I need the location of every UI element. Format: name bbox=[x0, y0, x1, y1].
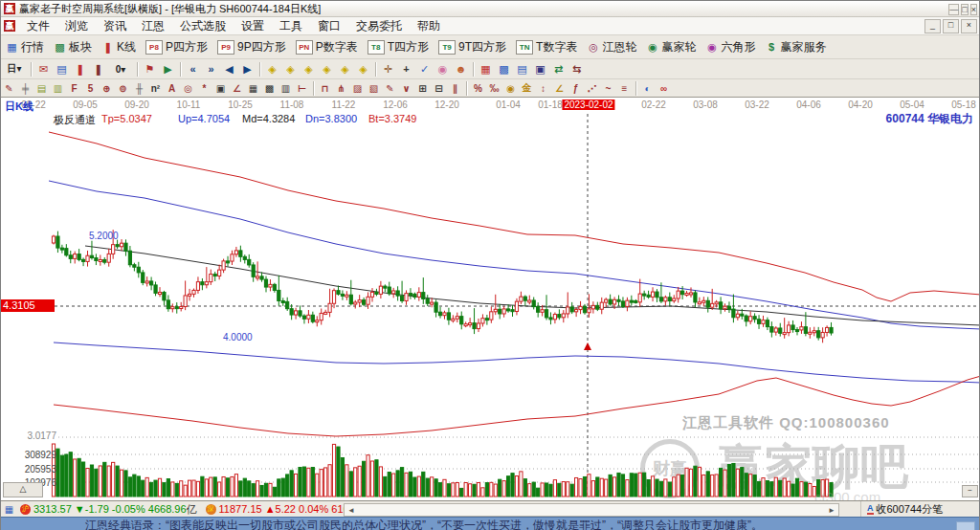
box-select-icon[interactable]: ▣ bbox=[212, 81, 229, 95]
t-number-button[interactable]: TNT数字表 bbox=[511, 38, 582, 56]
wheel-mini-icon[interactable]: ⊚ bbox=[115, 81, 131, 95]
close-button[interactable]: × bbox=[970, 4, 977, 15]
menu-item-8[interactable]: 交易委托 bbox=[348, 17, 410, 34]
ticker-scroll-grip[interactable] bbox=[956, 521, 975, 530]
calendar-icon[interactable]: ▦ bbox=[477, 61, 495, 77]
service-button[interactable]: $赢家服务 bbox=[760, 38, 831, 56]
clamp-icon[interactable]: ⊓ bbox=[317, 81, 333, 95]
period-day-selector[interactable]: 日▾ bbox=[1, 61, 28, 77]
menu-item-2[interactable]: 资讯 bbox=[96, 17, 134, 34]
calculator-icon[interactable]: ▩ bbox=[495, 61, 513, 77]
table-grid-icon[interactable]: ⊞ bbox=[414, 81, 431, 95]
kline-button[interactable]: ❚K线 bbox=[97, 38, 141, 56]
menu-item-1[interactable]: 浏览 bbox=[57, 17, 96, 34]
star-icon[interactable]: * bbox=[196, 81, 212, 95]
target-icon[interactable]: ◎ bbox=[180, 81, 196, 95]
play-marker-icon[interactable]: ▶ bbox=[159, 61, 177, 77]
compass-icon[interactable]: ⊕ bbox=[99, 81, 115, 95]
golden-circle-icon[interactable]: ◉ bbox=[502, 81, 519, 95]
p9-square-button[interactable]: P99P四方形 bbox=[212, 38, 291, 56]
ruler-icon[interactable]: ⊢ bbox=[294, 81, 310, 95]
menu-item-5[interactable]: 设置 bbox=[234, 17, 272, 34]
tick-view-status[interactable]: A 收600744分笔 bbox=[860, 501, 943, 517]
go-last-icon[interactable]: » bbox=[202, 61, 220, 77]
scale-zero-selector[interactable]: 0▾ bbox=[107, 61, 134, 77]
step-forward-icon[interactable]: ▶ bbox=[238, 61, 256, 77]
save-icon[interactable]: ▣ bbox=[531, 61, 549, 77]
info-page-icon[interactable]: ▤ bbox=[53, 61, 71, 77]
menu-item-7[interactable]: 窗口 bbox=[310, 17, 348, 34]
hash2-icon[interactable]: ╫ bbox=[131, 81, 147, 95]
percent-lines-icon[interactable]: ‰ bbox=[486, 81, 502, 95]
price-range-icon[interactable]: ↕ bbox=[535, 81, 551, 95]
emotion-face-icon[interactable]: ☻ bbox=[452, 61, 470, 77]
shade-box-icon[interactable]: ▨ bbox=[349, 81, 366, 95]
f-tool-icon[interactable]: F bbox=[66, 81, 82, 95]
notebook-icon[interactable]: ▤ bbox=[513, 61, 531, 77]
levels-icon[interactable]: ≡ bbox=[616, 81, 633, 95]
maximize-button[interactable]: □ bbox=[961, 4, 968, 15]
horizontal-scrollbar[interactable]: ◄ ► bbox=[344, 503, 839, 517]
hexagon-button[interactable]: ◉六角形 bbox=[701, 38, 760, 56]
v-line-icon[interactable]: ∨ bbox=[398, 81, 414, 95]
annotate-check-icon[interactable]: ✓ bbox=[415, 61, 434, 77]
speed-line-icon[interactable]: ⋰ bbox=[584, 81, 600, 95]
go-first-icon[interactable]: « bbox=[184, 61, 202, 77]
volume-pane-collapse-button[interactable]: △ bbox=[3, 482, 43, 497]
mail-icon[interactable]: ✉ bbox=[34, 61, 53, 77]
stripe-lines-icon[interactable]: ∥ bbox=[447, 81, 463, 95]
minimize-button[interactable]: — bbox=[948, 4, 959, 15]
scroll-left-arrow[interactable]: ◄ bbox=[345, 506, 358, 515]
apex-icon[interactable]: A bbox=[164, 81, 180, 95]
n-square-icon[interactable]: n² bbox=[147, 81, 164, 95]
pencil2-icon[interactable]: ✎ bbox=[382, 81, 398, 95]
percent-tool-icon[interactable]: % bbox=[470, 81, 486, 95]
drag-hand-icon[interactable]: ✛ bbox=[379, 61, 397, 77]
gann-angle-icon[interactable]: ∠ bbox=[551, 81, 568, 95]
zoom-out-v-diamond-icon[interactable]: ◈ bbox=[300, 61, 318, 77]
t-square-button[interactable]: T8T四方形 bbox=[363, 38, 434, 56]
zoom-in-v-diamond-icon[interactable]: ◈ bbox=[318, 61, 336, 77]
golden-section-icon[interactable]: 金 bbox=[519, 81, 535, 95]
taichi-icon[interactable]: ◐ bbox=[639, 81, 656, 95]
gann-wheel-button[interactable]: ◎江恩轮 bbox=[582, 38, 641, 56]
kline-chart[interactable]: 5.20004.00003.0177308929205953102976 bbox=[1, 99, 979, 500]
step-back-icon[interactable]: ◀ bbox=[220, 61, 238, 77]
menu-item-3[interactable]: 江恩 bbox=[134, 17, 172, 34]
pane-minimize-button[interactable]: − bbox=[962, 485, 978, 497]
quotes-button[interactable]: ▦行情 bbox=[1, 38, 49, 56]
five-tool-icon[interactable]: 5 bbox=[82, 81, 99, 95]
zoom-out-h-diamond-icon[interactable]: ◈ bbox=[263, 61, 281, 77]
child-restore-button[interactable]: □ bbox=[943, 19, 959, 33]
infinity-icon[interactable]: ∞ bbox=[656, 81, 672, 95]
gann-grid-icon[interactable]: ▩ bbox=[261, 81, 278, 95]
shade-box2-icon[interactable]: ▧ bbox=[366, 81, 382, 95]
grid-hash-icon[interactable]: ╪ bbox=[17, 81, 33, 95]
kline-chart-icon[interactable]: ❚ bbox=[71, 61, 89, 77]
crosshair-icon[interactable]: + bbox=[397, 61, 415, 77]
menu-item-6[interactable]: 工具 bbox=[272, 17, 310, 34]
menu-item-0[interactable]: 文件 bbox=[19, 17, 57, 34]
draw-pen-icon[interactable]: ✎ bbox=[1, 81, 17, 95]
child-close-button[interactable]: × bbox=[961, 19, 977, 33]
p-number-button[interactable]: PNP数字表 bbox=[291, 38, 363, 56]
layer-stack2-icon[interactable]: ▥ bbox=[50, 81, 66, 95]
trend-chart-icon[interactable]: ❚ bbox=[89, 61, 107, 77]
net-upload-icon[interactable]: ⇄ bbox=[549, 61, 568, 77]
gann-box-icon[interactable]: ▦ bbox=[245, 81, 261, 95]
menu-item-9[interactable]: 帮助 bbox=[410, 17, 448, 34]
fibonacci-icon[interactable]: ƒ bbox=[568, 81, 584, 95]
scroll-right-arrow[interactable]: ► bbox=[825, 506, 838, 515]
table-grid2-icon[interactable]: ⊟ bbox=[431, 81, 447, 95]
compress-diamond-icon[interactable]: ◈ bbox=[354, 61, 372, 77]
wealth-pig-icon[interactable]: ◉ bbox=[434, 61, 452, 77]
t9-square-button[interactable]: T99T四方形 bbox=[434, 38, 511, 56]
child-minimize-button[interactable]: _ bbox=[924, 19, 941, 33]
layer-stack-icon[interactable]: ▤ bbox=[33, 81, 50, 95]
menu-item-4[interactable]: 公式选股 bbox=[172, 17, 234, 34]
net-download-icon[interactable]: ⇆ bbox=[568, 61, 586, 77]
flag-marker-icon[interactable]: ⚑ bbox=[141, 61, 159, 77]
winner-wheel-button[interactable]: ◉赢家轮 bbox=[641, 38, 701, 56]
wave-icon[interactable]: ~ bbox=[600, 81, 616, 95]
fan-lines-icon[interactable]: ⋔ bbox=[333, 81, 349, 95]
